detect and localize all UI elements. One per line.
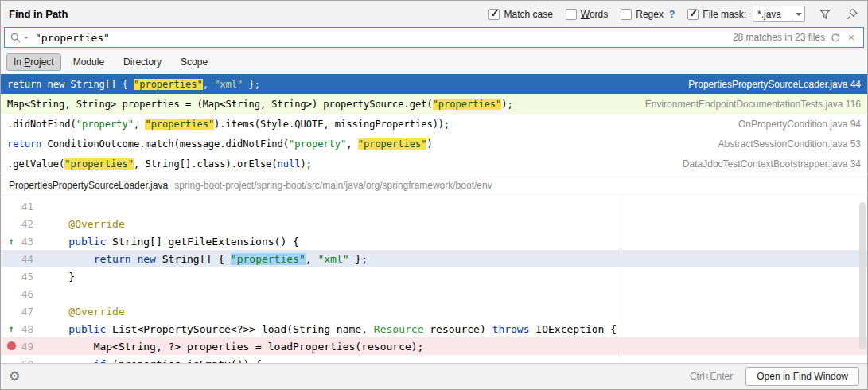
result-row[interactable]: .didNotFind("property", "properties").it…: [1, 114, 867, 134]
mnemonic-char: P: [24, 57, 30, 68]
override-icon[interactable]: ↑: [1, 324, 21, 333]
search-icon[interactable]: [10, 32, 21, 44]
code-segment: IOException {: [530, 323, 617, 335]
filter-icon[interactable]: [818, 7, 832, 21]
words-option[interactable]: Words: [566, 9, 608, 20]
result-code: Map<String, String> properties = (Map<St…: [7, 99, 639, 110]
file-mask-option[interactable]: File mask:: [687, 9, 746, 20]
code-segment: ,: [346, 138, 357, 150]
scope-tab-module[interactable]: Module: [66, 53, 111, 71]
code-segment: );: [300, 158, 311, 170]
code-segment: "properties": [134, 79, 203, 90]
line-number: 48: [21, 323, 44, 335]
code-segment: return: [7, 138, 48, 150]
code-line[interactable]: 50 if (properties.isEmpty()) {: [1, 355, 867, 363]
search-row: 28 matches in 23 files ×: [1, 27, 867, 50]
code-segment: "properties": [231, 253, 306, 265]
reload-icon[interactable]: [827, 32, 842, 44]
file-mask-checkbox[interactable]: [687, 9, 699, 20]
result-row[interactable]: Map<String, String> properties = (Map<St…: [1, 94, 867, 114]
search-history-chevron-icon[interactable]: [24, 33, 30, 41]
line-number: 41: [21, 201, 44, 213]
code-segment: Map<String, String> properties = (Map<St…: [7, 99, 433, 110]
indent: [44, 253, 94, 265]
line-number: 42: [21, 218, 44, 230]
find-in-path-dialog: Find in Path Match caseWordsRegex?File m…: [0, 0, 868, 390]
code-text: @Override: [44, 306, 125, 318]
vertical-scrollbar[interactable]: [859, 202, 866, 349]
search-input[interactable]: [33, 32, 730, 44]
result-row[interactable]: .getValue("properties", String[].class).…: [1, 154, 867, 174]
code-segment: "property": [289, 138, 346, 150]
code-segment: ,: [203, 79, 214, 90]
code-text: public List<PropertySource<?>> load(Stri…: [44, 323, 617, 335]
breakpoint-icon[interactable]: [1, 341, 21, 352]
match-case-option[interactable]: Match case: [488, 9, 552, 20]
scope-tab-in-project[interactable]: In Project: [6, 53, 61, 71]
result-row[interactable]: return ConditionOutcome.match(message.di…: [1, 134, 867, 154]
line-number: 47: [21, 306, 44, 318]
code-segment: new: [48, 79, 71, 90]
code-line[interactable]: 49 Map<String, ?> properties = loadPrope…: [1, 337, 867, 355]
code-text: return new String[] { "properties", "xml…: [44, 253, 368, 265]
code-segment: "properties": [358, 138, 427, 150]
result-file: OnPropertyCondition.java 94: [732, 119, 867, 130]
code-segment: "xml": [317, 253, 348, 265]
code-preview: 4142 @Override↑43 public String[] getFil…: [1, 197, 867, 363]
shortcut-hint: Ctrl+Enter: [690, 371, 733, 382]
gear-icon[interactable]: ⚙: [9, 370, 20, 383]
pin-icon[interactable]: [845, 7, 859, 21]
regex-label: Regex: [636, 9, 664, 20]
dialog-titlebar: Find in Path Match caseWordsRegex?File m…: [1, 1, 867, 27]
code-segment: Map<String, ?> properties = loadProperti…: [94, 341, 424, 353]
code-text: }: [44, 271, 75, 283]
code-segment: String[] getFileExtensions() {: [112, 236, 299, 248]
close-icon[interactable]: ×: [844, 32, 858, 43]
code-line[interactable]: 46: [1, 285, 867, 302]
indent: [44, 271, 68, 283]
line-number: 46: [21, 288, 44, 300]
code-line[interactable]: ↑48 public List<PropertySource<?>> load(…: [1, 320, 867, 337]
indent: [44, 358, 94, 364]
indent: [44, 236, 68, 248]
code-line[interactable]: 42 @Override: [1, 215, 867, 232]
code-segment: if: [94, 358, 112, 364]
code-text: Map<String, ?> properties = loadProperti…: [44, 341, 423, 353]
indent: [44, 306, 68, 318]
words-checkbox[interactable]: [566, 9, 577, 20]
code-segment: null: [278, 158, 301, 170]
override-icon[interactable]: ↑: [1, 236, 21, 246]
match-count: 28 matches in 23 files: [733, 32, 825, 43]
code-line[interactable]: ↑43 public String[] getFileExtensions() …: [1, 232, 867, 250]
code-line[interactable]: 41: [1, 197, 867, 215]
result-code: .getValue("properties", String[].class).…: [7, 158, 676, 170]
code-text: if (properties.isEmpty()) {: [44, 358, 262, 364]
scope-tab-directory[interactable]: Directory: [116, 53, 169, 71]
regex-checkbox[interactable]: [621, 9, 632, 20]
code-line[interactable]: 47 @Override: [1, 302, 867, 320]
match-case-checkbox[interactable]: [488, 9, 500, 20]
line-number: 49: [21, 341, 44, 353]
code-line[interactable]: 45 }: [1, 267, 867, 285]
code-segment: ConditionOutcome.match(message.didNotFin…: [48, 138, 289, 150]
code-segment: }: [68, 271, 75, 283]
open-in-find-window-button[interactable]: Open in Find Window: [745, 367, 859, 386]
code-line[interactable]: 44 return new String[] { "properties", "…: [1, 250, 867, 267]
dialog-footer: ⚙ Ctrl+Enter Open in Find Window: [1, 363, 867, 389]
regex-help-icon[interactable]: ?: [669, 9, 675, 20]
code-segment: "properties": [145, 119, 214, 130]
result-file: AbstractSessionCondition.java 53: [712, 138, 867, 150]
code-segment: List<PropertySource<?>> load(String name…: [112, 323, 374, 335]
code-segment: , String[].class).orElse(: [134, 158, 278, 170]
scope-tab-scope[interactable]: Scope: [173, 53, 215, 71]
regex-option[interactable]: Regex?: [621, 9, 675, 20]
code-segment: String[] {: [162, 253, 231, 265]
results-list: return new String[] { "properties", "xml…: [1, 74, 867, 174]
result-row[interactable]: return new String[] { "properties", "xml…: [1, 74, 867, 94]
line-number: 50: [21, 358, 44, 364]
code-segment: .didNotFind(: [7, 119, 76, 130]
file-mask-select[interactable]: *.java: [753, 6, 805, 22]
code-segment: (properties.isEmpty()) {: [112, 358, 262, 364]
preview-header: PropertiesPropertySourceLoader.java spri…: [1, 174, 867, 197]
line-number: 44: [21, 253, 44, 265]
